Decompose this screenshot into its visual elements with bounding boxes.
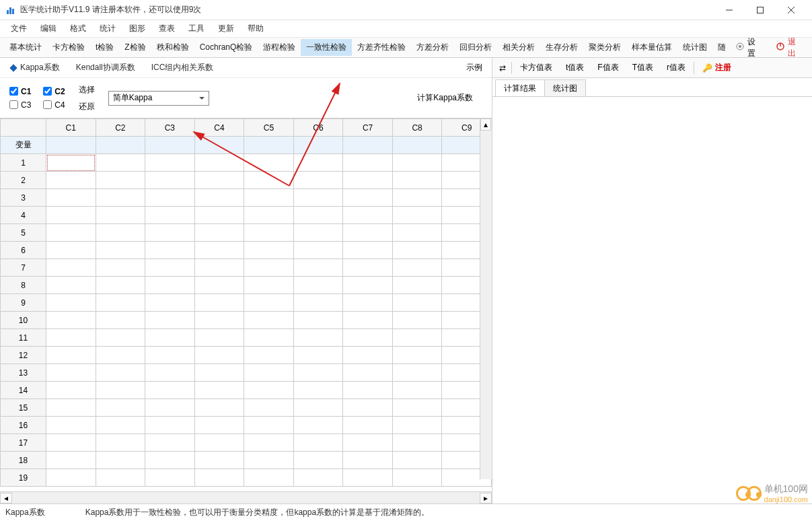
cell[interactable] — [343, 172, 393, 189]
menu-格式[interactable]: 格式 — [63, 20, 93, 37]
menu-编辑[interactable]: 编辑 — [34, 20, 63, 37]
maximize-button[interactable] — [745, 0, 776, 20]
cell[interactable] — [343, 277, 393, 294]
left-tab-2[interactable]: ICC组内相关系数 — [143, 59, 222, 76]
cell[interactable] — [46, 154, 96, 172]
result-tab-1[interactable]: 统计图 — [544, 79, 586, 97]
cell[interactable] — [293, 469, 343, 487]
row-16[interactable]: 16 — [1, 417, 46, 434]
var-cell[interactable] — [392, 137, 442, 154]
cell[interactable] — [392, 347, 442, 364]
cell[interactable] — [244, 259, 294, 277]
cell[interactable] — [46, 417, 96, 434]
var-cell[interactable] — [343, 137, 393, 154]
var-cell[interactable] — [46, 137, 96, 154]
example-button[interactable]: 示例 — [459, 59, 489, 76]
cell[interactable] — [343, 294, 393, 312]
cell[interactable] — [343, 399, 393, 417]
menu-统计[interactable]: 统计 — [93, 20, 122, 37]
cell[interactable] — [343, 207, 393, 224]
menu-查表[interactable]: 查表 — [152, 20, 182, 37]
cell[interactable] — [343, 154, 393, 172]
cell[interactable] — [293, 259, 343, 277]
vertical-scrollbar[interactable]: ▴ — [480, 118, 492, 479]
tool-游程检验[interactable]: 游程检验 — [258, 39, 301, 56]
cell[interactable] — [145, 154, 195, 172]
cell[interactable] — [392, 154, 442, 172]
cell[interactable] — [392, 189, 442, 207]
cell[interactable] — [145, 417, 195, 434]
scroll-left-button[interactable]: ◂ — [0, 493, 12, 503]
menu-文件[interactable]: 文件 — [4, 20, 34, 37]
cell[interactable] — [96, 364, 145, 382]
cell[interactable] — [392, 364, 442, 382]
cell[interactable] — [244, 277, 294, 294]
tool-秩和检验[interactable]: 秩和检验 — [151, 39, 194, 56]
cell[interactable] — [46, 259, 96, 277]
cell[interactable] — [46, 189, 96, 207]
menu-帮助[interactable]: 帮助 — [241, 20, 270, 37]
cell[interactable] — [244, 417, 294, 434]
cell[interactable] — [244, 399, 294, 417]
cell[interactable] — [293, 294, 343, 312]
data-grid[interactable]: C1C2C3C4C5C6C7C8C9变量12345678910111213141… — [0, 118, 492, 491]
value-table-卡方值表[interactable]: 卡方值表 — [513, 59, 559, 76]
left-tab-0[interactable]: Kappa系数 — [3, 59, 68, 76]
cell[interactable] — [343, 347, 393, 364]
cell[interactable] — [244, 154, 294, 172]
cell[interactable] — [194, 189, 244, 207]
cell[interactable] — [145, 399, 195, 417]
cell[interactable] — [343, 189, 393, 207]
value-table-r值表[interactable]: r值表 — [660, 59, 692, 76]
cell[interactable] — [145, 277, 195, 294]
cell[interactable] — [244, 207, 294, 224]
cell[interactable] — [244, 452, 294, 469]
check-C3[interactable]: C3 — [9, 100, 31, 110]
cell[interactable] — [194, 224, 244, 242]
cell[interactable] — [244, 469, 294, 487]
cell[interactable] — [96, 329, 145, 347]
cell[interactable] — [392, 277, 442, 294]
tool-回归分析[interactable]: 回归分析 — [454, 39, 497, 56]
cell[interactable] — [244, 224, 294, 242]
cell[interactable] — [392, 329, 442, 347]
row-8[interactable]: 8 — [1, 277, 46, 294]
cell[interactable] — [392, 224, 442, 242]
row-18[interactable]: 18 — [1, 452, 46, 469]
cell[interactable] — [96, 242, 145, 259]
col-C1[interactable]: C1 — [46, 119, 96, 137]
cell[interactable] — [46, 294, 96, 312]
cell[interactable] — [46, 329, 96, 347]
cell[interactable] — [145, 452, 195, 469]
cell[interactable] — [244, 172, 294, 189]
tool-样本量估算[interactable]: 样本量估算 — [626, 39, 677, 56]
row-17[interactable]: 17 — [1, 434, 46, 452]
row-14[interactable]: 14 — [1, 382, 46, 399]
cell[interactable] — [244, 347, 294, 364]
cell[interactable] — [145, 347, 195, 364]
cell[interactable] — [46, 469, 96, 487]
cell[interactable] — [96, 224, 145, 242]
var-cell[interactable] — [244, 137, 294, 154]
swap-icon[interactable]: ⇄ — [495, 62, 510, 74]
cell[interactable] — [194, 469, 244, 487]
cell[interactable] — [293, 312, 343, 329]
scroll-up-button[interactable]: ▴ — [480, 118, 491, 131]
cell[interactable] — [194, 364, 244, 382]
cell[interactable] — [244, 364, 294, 382]
cell[interactable] — [293, 224, 343, 242]
tool-一致性检验[interactable]: 一致性检验 — [301, 39, 352, 56]
row-4[interactable]: 4 — [1, 207, 46, 224]
row-10[interactable]: 10 — [1, 312, 46, 329]
row-13[interactable]: 13 — [1, 364, 46, 382]
cell[interactable] — [194, 434, 244, 452]
cell[interactable] — [145, 434, 195, 452]
cell[interactable] — [194, 399, 244, 417]
cell[interactable] — [343, 259, 393, 277]
col-C3[interactable]: C3 — [145, 119, 195, 137]
cell[interactable] — [96, 399, 145, 417]
cell[interactable] — [194, 312, 244, 329]
row-15[interactable]: 15 — [1, 399, 46, 417]
cell[interactable] — [194, 172, 244, 189]
left-tab-1[interactable]: Kendall协调系数 — [68, 59, 143, 76]
